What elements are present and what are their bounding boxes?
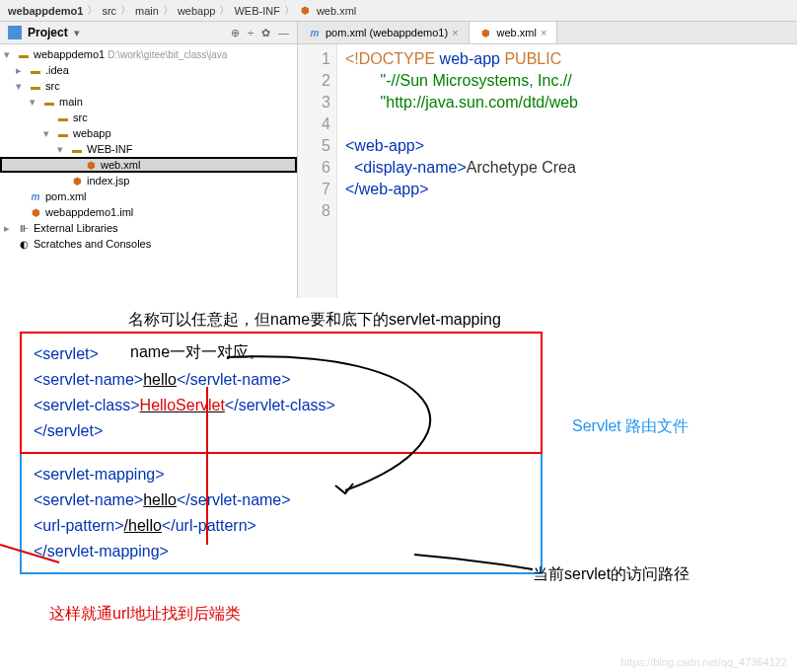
servlet-block: name一对一对应。 <servlet> <servlet-name>hello… [20,332,543,454]
target-icon[interactable]: ✿ [261,27,270,39]
crumb-webinf[interactable]: WEB-INF [234,5,279,17]
tree-root[interactable]: ▾▬webappdemo1 D:\work\gitee\bit_class\ja… [0,46,297,62]
folder-icon: ▬ [42,95,56,109]
dropdown-icon[interactable]: ▾ [74,27,80,39]
crumb-src[interactable]: src [102,5,116,17]
watermark: https://blog.csdn.net/qq_47364122 [620,656,787,668]
code-editor[interactable]: 12345678 <!DOCTYPE web-app PUBLIC "-//Su… [298,44,797,298]
crumb-main[interactable]: main [135,5,159,17]
project-tool-header: Project ▾ ⊕ ÷ ✿ — [0,22,297,44]
collapse-icon[interactable]: ⊕ [231,27,240,39]
xml-file-icon: ⬢ [479,26,493,39]
toggle-icon[interactable]: ▾ [4,48,14,61]
project-icon [8,26,22,39]
anno-top-text: 名称可以任意起，但name要和底下的servlet-mapping [128,310,501,331]
hide-icon[interactable]: — [278,27,289,39]
close-icon[interactable]: × [541,27,546,38]
toggle-icon[interactable]: ▸ [4,222,14,235]
editor-tabs: mpom.xml (webappdemo1)× ⬢web.xml× [298,22,797,44]
folder-icon: ▬ [56,126,70,140]
tree-ext-libs[interactable]: ▸⊪External Libraries [0,220,297,236]
scratch-icon: ◐ [17,237,31,251]
library-icon: ⊪ [17,221,31,235]
toggle-icon[interactable]: ▸ [16,64,26,77]
tree-main[interactable]: ▾▬main [0,94,297,110]
editor-panel: mpom.xml (webappdemo1)× ⬢web.xml× 123456… [298,22,797,298]
folder-icon: ▬ [29,63,42,77]
xml-file-icon: ⬢ [84,158,98,172]
project-tree: ▾▬webappdemo1 D:\work\gitee\bit_class\ja… [0,44,297,254]
servlet-mapping-block: <servlet-mapping> <servlet-name>hello</s… [20,452,543,574]
iml-file-icon: ⬢ [29,205,42,219]
project-tree-panel: Project ▾ ⊕ ÷ ✿ — ▾▬webappdemo1 D:\work\… [0,22,298,298]
xml-file-icon: ⬢ [299,4,313,18]
tab-web[interactable]: ⬢web.xml× [470,22,558,43]
folder-icon: ▬ [56,111,70,124]
code-content[interactable]: <!DOCTYPE web-app PUBLIC "-//Sun Microsy… [337,44,797,298]
maven-file-icon: m [29,189,42,203]
tree-webinf[interactable]: ▾▬WEB-INF [0,141,297,157]
toggle-icon[interactable]: ▾ [30,96,39,109]
module-icon: ▬ [17,47,31,61]
breadcrumb: webappdemo1〉 src〉 main〉 webapp〉 WEB-INF〉… [0,0,797,22]
jsp-file-icon: ⬢ [70,174,84,187]
toggle-icon[interactable]: ▾ [43,127,53,140]
folder-icon: ▬ [70,142,84,156]
tree-src[interactable]: ▾▬src [0,78,297,94]
crumb-file[interactable]: web.xml [317,5,356,17]
anno-blue-label: Servlet 路由文件 [572,416,688,437]
project-title: Project [28,26,68,39]
tree-iml[interactable]: ⬢webappdemo1.iml [0,204,297,220]
crumb-webapp[interactable]: webapp [178,5,216,17]
divide-icon[interactable]: ÷ [248,27,254,39]
anno-name-match: name一对一对应。 [130,339,264,365]
tree-src2[interactable]: ▬src [0,110,297,125]
line-gutter: 12345678 [298,44,337,298]
tree-pom[interactable]: mpom.xml [0,188,297,204]
toggle-icon[interactable]: ▾ [16,80,26,93]
tab-pom[interactable]: mpom.xml (webappdemo1)× [298,22,470,43]
annotation-area: 名称可以任意起，但name要和底下的servlet-mapping name一对… [0,318,797,625]
maven-file-icon: m [308,26,322,39]
tree-webapp[interactable]: ▾▬webapp [0,125,297,141]
crumb-project[interactable]: webappdemo1 [8,5,83,17]
tree-indexjsp[interactable]: ⬢index.jsp [0,173,297,188]
close-icon[interactable]: × [452,27,458,38]
anno-path-label: 当前servlet的访问路径 [533,564,710,585]
tree-scratches[interactable]: ◐Scratches and Consoles [0,236,297,252]
tree-webxml[interactable]: ⬢web.xml [0,157,297,173]
anno-bottom-red: 这样就通url地址找到后端类 [49,604,777,625]
tree-idea[interactable]: ▸▬.idea [0,62,297,78]
folder-icon: ▬ [29,79,42,93]
toggle-icon[interactable]: ▾ [57,143,67,156]
